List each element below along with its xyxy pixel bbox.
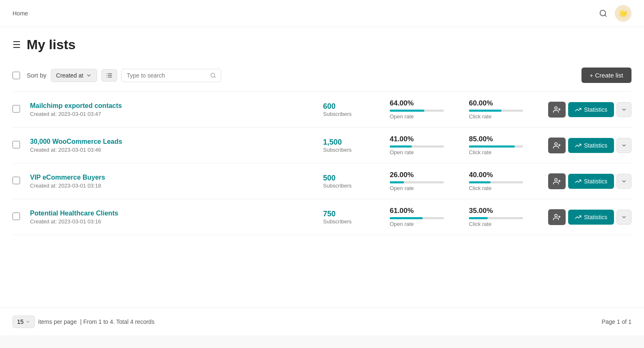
page-title: My lists — [27, 37, 75, 53]
open-rate-label: Open rate — [390, 113, 461, 120]
list-created-date: Created at: 2023-03-01 03:47 — [30, 111, 315, 117]
trend-icon — [575, 214, 581, 220]
add-contact-icon — [553, 106, 561, 113]
search-icon — [210, 72, 216, 79]
open-rate-bar-container — [390, 145, 444, 148]
click-rate-value: 35.00% — [469, 207, 540, 215]
chevron-down-icon — [621, 214, 627, 220]
add-contact-button[interactable] — [548, 138, 566, 153]
sort-order-icon — [106, 72, 113, 79]
list-created-date: Created at: 2023-03-01 03:18 — [30, 183, 315, 189]
create-list-button[interactable]: + Create list — [581, 68, 631, 83]
select-all-checkbox[interactable] — [13, 72, 20, 79]
list-name-link[interactable]: 30,000 WooCommerce Leads — [30, 138, 122, 145]
search-icon — [599, 9, 607, 18]
subscribers-column: 1,500 Subscribers — [323, 138, 381, 153]
statistics-button[interactable]: Statistics — [568, 210, 614, 225]
actions-column: Statistics — [548, 173, 631, 189]
avatar[interactable]: 🌟 — [615, 5, 631, 22]
chevron-down-icon — [621, 107, 627, 113]
list-created-date: Created at: 2023-03-01 03:46 — [30, 147, 315, 153]
chevron-down-icon — [86, 73, 92, 78]
statistics-button[interactable]: Statistics — [568, 174, 614, 189]
sort-order-button[interactable] — [101, 69, 117, 82]
click-rate-bar-container — [469, 110, 523, 112]
more-actions-button[interactable] — [616, 174, 631, 189]
more-actions-button[interactable] — [616, 210, 631, 225]
click-rate-column: 35.00% Click rate — [469, 207, 540, 227]
open-rate-bar — [390, 217, 423, 219]
click-rate-bar — [469, 110, 501, 112]
page-header: ☰ My lists — [0, 27, 644, 58]
row-checkbox-2[interactable] — [13, 177, 20, 184]
table-row: 30,000 WooCommerce Leads Created at: 202… — [13, 127, 631, 163]
breadcrumb: Home — [13, 10, 28, 17]
list-name-link[interactable]: Mailchimp exported contacts — [30, 102, 122, 109]
click-rate-value: 40.00% — [469, 171, 540, 179]
toolbar: Sort by Created at + Create li — [13, 68, 631, 83]
list-name-link[interactable]: VIP eCommerce Buyers — [30, 174, 105, 181]
add-contact-button[interactable] — [548, 209, 566, 225]
open-rate-bar-container — [390, 181, 444, 183]
click-rate-label: Click rate — [469, 185, 540, 191]
add-contact-icon — [553, 178, 561, 185]
row-checkbox-wrapper[interactable] — [13, 213, 22, 222]
row-checkbox-wrapper[interactable] — [13, 177, 22, 186]
row-checkbox-1[interactable] — [13, 141, 20, 148]
select-all-checkbox-wrapper[interactable] — [13, 72, 20, 79]
table-row: Potential Healthcare Clients Created at:… — [13, 199, 631, 235]
svg-point-16 — [555, 178, 557, 181]
chevron-down-icon — [621, 143, 627, 148]
click-rate-bar — [469, 181, 491, 183]
open-rate-label: Open rate — [390, 185, 461, 191]
click-rate-column: 85.00% Click rate — [469, 135, 540, 155]
svg-line-1 — [605, 15, 606, 17]
open-rate-bar — [390, 110, 424, 112]
pagination-left: 15 items per page | From 1 to 4. Total 4… — [13, 315, 155, 328]
add-contact-icon — [553, 142, 561, 149]
click-rate-column: 40.00% Click rate — [469, 171, 540, 191]
subscribers-label: Subscribers — [323, 218, 381, 225]
global-search-button[interactable] — [596, 7, 610, 20]
search-input[interactable] — [127, 72, 207, 79]
open-rate-column: 61.00% Open rate — [390, 207, 461, 227]
per-page-value: 15 — [17, 318, 24, 325]
more-actions-button[interactable] — [616, 102, 631, 117]
statistics-btn-label: Statistics — [584, 178, 607, 185]
chevron-down-icon — [25, 319, 30, 324]
subscribers-count: 600 — [323, 102, 381, 111]
more-actions-button[interactable] — [616, 138, 631, 153]
row-checkbox-wrapper[interactable] — [13, 141, 22, 150]
statistics-button[interactable]: Statistics — [568, 138, 614, 153]
statistics-button[interactable]: Statistics — [568, 102, 614, 117]
click-rate-bar-container — [469, 145, 523, 148]
click-rate-value: 60.00% — [469, 99, 540, 108]
per-page-select[interactable]: 15 — [13, 315, 35, 328]
trend-icon — [575, 142, 581, 149]
open-rate-column: 41.00% Open rate — [390, 135, 461, 155]
sort-label: Sort by — [27, 72, 47, 79]
list-name-link[interactable]: Potential Healthcare Clients — [30, 210, 118, 217]
open-rate-bar-container — [390, 217, 444, 219]
row-checkbox-0[interactable] — [13, 105, 20, 113]
subscribers-count: 500 — [323, 174, 381, 183]
open-rate-value: 41.00% — [390, 135, 461, 143]
row-checkbox-3[interactable] — [13, 213, 20, 220]
sort-dropdown[interactable]: Created at — [51, 69, 97, 82]
main-content: Sort by Created at + Create li — [0, 58, 644, 308]
list-info: Mailchimp exported contacts Created at: … — [30, 102, 315, 117]
subscribers-count: 1,500 — [323, 138, 381, 147]
subscribers-label: Subscribers — [323, 183, 381, 189]
actions-column: Statistics — [548, 209, 631, 225]
add-contact-button[interactable] — [548, 102, 566, 118]
click-rate-label: Click rate — [469, 149, 540, 155]
statistics-btn-label: Statistics — [584, 214, 607, 220]
open-rate-value: 61.00% — [390, 207, 461, 215]
add-contact-button[interactable] — [548, 173, 566, 189]
statistics-btn-label: Statistics — [584, 106, 607, 113]
open-rate-column: 64.00% Open rate — [390, 99, 461, 120]
avatar-icon: 🌟 — [619, 9, 628, 18]
row-checkbox-wrapper[interactable] — [13, 105, 22, 114]
table-row: Mailchimp exported contacts Created at: … — [13, 91, 631, 127]
subscribers-column: 750 Subscribers — [323, 210, 381, 225]
